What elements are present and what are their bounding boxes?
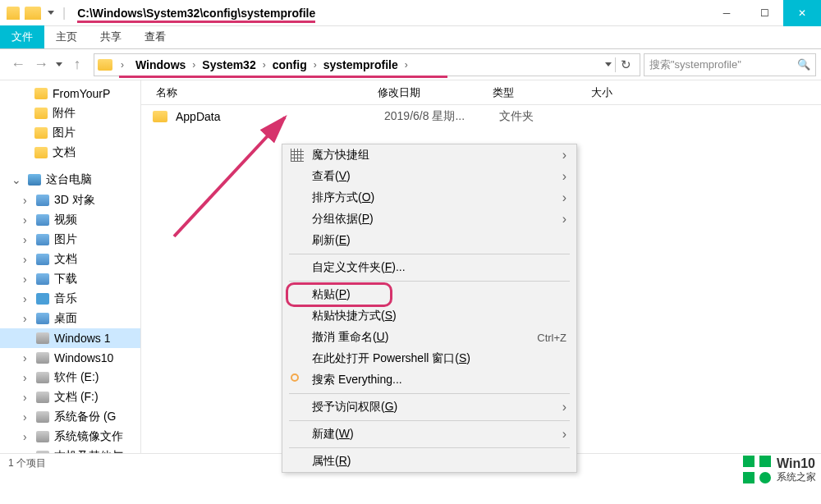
- sidebar-item[interactable]: ›本机及其他与: [0, 447, 140, 453]
- breadcrumb-seg-0[interactable]: Windows: [132, 57, 189, 73]
- sidebar-item-label: 系统备份 (G: [54, 410, 116, 424]
- sidebar-item[interactable]: ›系统镜像文作: [0, 427, 140, 447]
- menu-item[interactable]: 撤消 重命名(U)Ctrl+Z: [282, 327, 576, 348]
- menu-item[interactable]: 粘贴(P): [282, 284, 576, 305]
- sidebar-item-label: 视频: [54, 213, 77, 227]
- up-button[interactable]: ↑: [69, 57, 85, 73]
- drive-icon: [36, 392, 49, 403]
- sidebar-item[interactable]: FromYourP: [0, 84, 140, 103]
- minimize-button[interactable]: ─: [708, 0, 745, 26]
- sidebar-item-label: 3D 对象: [54, 193, 95, 208]
- sidebar-item-label: 这台电脑: [46, 172, 92, 187]
- chevron-icon[interactable]: ›: [189, 59, 199, 71]
- menu-label: 在此处打开 Powershell 窗口(S): [312, 351, 470, 366]
- svg-line-0: [174, 117, 285, 236]
- ribbon-tab-file[interactable]: 文件: [0, 25, 44, 48]
- sidebar-item[interactable]: ›3D 对象: [0, 190, 140, 210]
- menu-separator: [289, 281, 570, 282]
- sidebar-item[interactable]: ›下载: [0, 269, 140, 289]
- sidebar-item[interactable]: ›Windows10: [0, 348, 140, 368]
- sidebar-item[interactable]: 附件: [0, 103, 140, 123]
- col-header-name[interactable]: 名称: [141, 85, 369, 100]
- menu-label: 魔方快捷组: [312, 148, 369, 163]
- sidebar-item[interactable]: Windows 1: [0, 328, 140, 348]
- maximize-button[interactable]: ☐: [745, 0, 783, 26]
- menu-item[interactable]: 属性(R): [282, 451, 576, 472]
- drive-icon: [36, 332, 49, 344]
- root-chevron-icon[interactable]: ›: [117, 59, 127, 71]
- menu-label: 新建(W): [312, 427, 354, 442]
- file-row[interactable]: AppData 2019/6/8 星期... 文件夹: [141, 105, 821, 128]
- folder-icon: [153, 111, 167, 122]
- sidebar: FromYourP 附件 图片 文档 ⌄这台电脑 ›3D 对象›视频›图片›文档…: [0, 80, 141, 453]
- sidebar-item[interactable]: ›文档 (F:): [0, 387, 140, 407]
- sidebar-this-pc[interactable]: ⌄这台电脑: [0, 169, 140, 190]
- ribbon-tab-home[interactable]: 主页: [44, 25, 89, 48]
- menu-item[interactable]: 魔方快捷组: [282, 144, 576, 166]
- menu-label: 分组依据(P): [312, 212, 374, 227]
- sidebar-item[interactable]: ›软件 (E:): [0, 368, 140, 387]
- breadcrumb-seg-3[interactable]: systemprofile: [320, 57, 401, 73]
- menu-item[interactable]: 新建(W): [282, 424, 576, 445]
- chevron-icon[interactable]: ›: [259, 59, 269, 71]
- menu-item[interactable]: 排序方式(O): [282, 187, 576, 208]
- col-header-size[interactable]: 大小: [583, 85, 665, 100]
- forward-button[interactable]: →: [33, 57, 49, 73]
- menu-label: 刷新(E): [312, 233, 351, 248]
- ribbon-tab-view[interactable]: 查看: [133, 25, 177, 48]
- menu-label: 粘贴快捷方式(S): [312, 309, 397, 323]
- search-input[interactable]: 搜索"systemprofile" 🔍: [644, 53, 816, 76]
- watermark-text: Win10 系统之家: [777, 456, 816, 483]
- folder-icon: [34, 108, 48, 119]
- media-icon: [36, 214, 49, 226]
- menu-item[interactable]: 在此处打开 Powershell 窗口(S): [282, 348, 576, 369]
- menu-item[interactable]: 搜索 Everything...: [282, 369, 576, 391]
- sidebar-item-label: 软件 (E:): [54, 370, 99, 385]
- sidebar-item-label: 文档 (F:): [54, 390, 99, 405]
- sidebar-item[interactable]: ›桌面: [0, 309, 140, 328]
- sidebar-item[interactable]: ›图片: [0, 230, 140, 250]
- menu-item[interactable]: 分组依据(P): [282, 208, 576, 230]
- folder-icon: [34, 88, 48, 99]
- addressbar[interactable]: › Windows › System32 › config › systempr…: [94, 53, 640, 76]
- chevron-icon[interactable]: ›: [310, 59, 320, 71]
- menu-item[interactable]: 查看(V): [282, 166, 576, 187]
- breadcrumb-seg-2[interactable]: config: [269, 57, 310, 73]
- sidebar-item-label: 本机及其他与: [54, 449, 123, 453]
- sidebar-item[interactable]: ›视频: [0, 210, 140, 230]
- drive-icon: [36, 411, 49, 423]
- sidebar-item[interactable]: 图片: [0, 123, 140, 143]
- col-header-date[interactable]: 修改日期: [369, 85, 484, 100]
- window-controls: ─ ☐ ✕: [708, 0, 821, 26]
- col-header-type[interactable]: 类型: [484, 85, 583, 100]
- grid-icon: [291, 149, 304, 162]
- ribbon-tab-share[interactable]: 共享: [89, 25, 133, 48]
- qat-open-icon[interactable]: [25, 7, 41, 20]
- menu-item[interactable]: 自定义文件夹(F)...: [282, 257, 576, 278]
- back-button[interactable]: ←: [10, 57, 26, 73]
- search-icon[interactable]: 🔍: [797, 58, 810, 71]
- menu-item[interactable]: 授予访问权限(G): [282, 396, 576, 418]
- breadcrumb-seg-1[interactable]: System32: [199, 57, 259, 73]
- menu-item[interactable]: 粘贴快捷方式(S): [282, 305, 576, 327]
- sidebar-item-label: 音乐: [54, 291, 77, 306]
- nav-arrows: ← → ↑: [5, 57, 90, 73]
- addr-dropdown-icon[interactable]: [605, 62, 612, 66]
- sidebar-item[interactable]: 文档: [0, 143, 140, 163]
- menu-separator: [289, 420, 570, 421]
- context-menu: 魔方快捷组查看(V)排序方式(O)分组依据(P)刷新(E)自定义文件夹(F)..…: [282, 144, 577, 473]
- menu-label: 排序方式(O): [312, 190, 374, 205]
- menu-item[interactable]: 刷新(E): [282, 230, 576, 251]
- sidebar-item-label: Windows10: [54, 351, 113, 364]
- refresh-button[interactable]: ↻: [615, 57, 636, 72]
- close-button[interactable]: ✕: [783, 0, 821, 26]
- qat-dropdown-icon[interactable]: [48, 11, 54, 15]
- sidebar-item[interactable]: ›文档: [0, 250, 140, 269]
- sidebar-item[interactable]: ›音乐: [0, 289, 140, 309]
- location-icon: [98, 59, 112, 71]
- media-icon: [36, 195, 49, 206]
- column-headers: 名称 修改日期 类型 大小: [141, 80, 821, 105]
- history-dropdown-icon[interactable]: [56, 62, 62, 66]
- sidebar-item[interactable]: ›系统备份 (G: [0, 407, 140, 427]
- chevron-icon[interactable]: ›: [401, 59, 411, 71]
